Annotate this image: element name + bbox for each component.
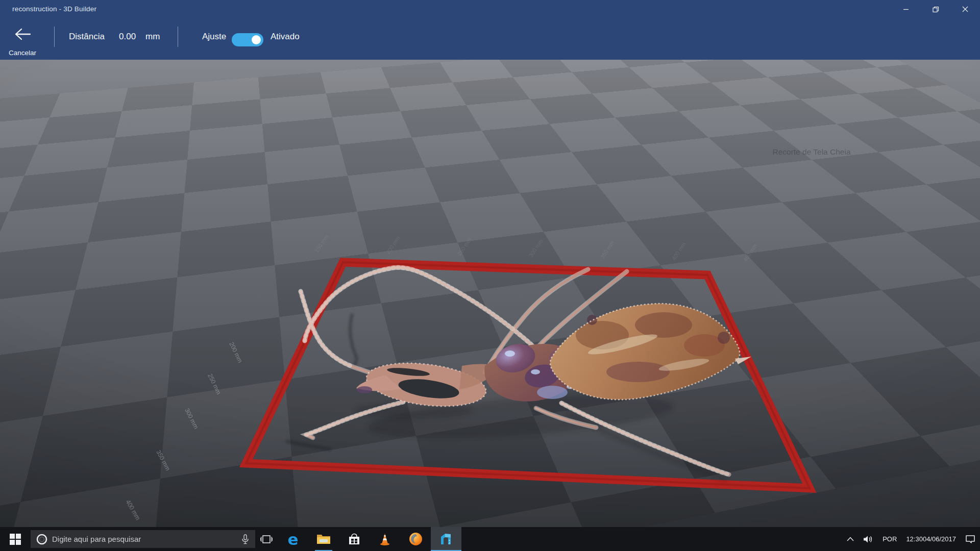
snap-toggle[interactable] bbox=[232, 33, 263, 46]
back-arrow-icon bbox=[14, 28, 32, 41]
ruler-left-labels: 200 mm 250 mm 300 mm 350 mm 400 mm bbox=[124, 341, 243, 521]
window-controls bbox=[891, 0, 980, 18]
tray-chevron-button[interactable] bbox=[842, 527, 859, 551]
file-explorer-icon bbox=[316, 533, 331, 545]
svg-text:200 mm: 200 mm bbox=[228, 341, 244, 364]
tray-clock[interactable]: 12:30 04/06/2017 bbox=[901, 527, 961, 551]
task-view-button[interactable] bbox=[255, 527, 278, 551]
svg-text:300 mm: 300 mm bbox=[183, 407, 200, 430]
scene-overlay: Recorte de Tela Cheia 150 mm 200 mm 250 … bbox=[0, 60, 980, 527]
svg-text:400 mm: 400 mm bbox=[671, 241, 687, 261]
tray-time: 12:30 bbox=[906, 535, 923, 543]
3d-builder-icon bbox=[439, 532, 453, 546]
svg-text:150 mm: 150 mm bbox=[313, 233, 330, 254]
search-placeholder: Digite aqui para pesquisar bbox=[52, 535, 141, 543]
distance-unit: mm bbox=[145, 32, 160, 42]
model-insect[interactable] bbox=[286, 267, 751, 480]
tray-volume-button[interactable] bbox=[859, 527, 878, 551]
svg-text:250 mm: 250 mm bbox=[456, 236, 473, 257]
taskbar-app-store[interactable] bbox=[339, 527, 370, 551]
speaker-icon bbox=[863, 535, 873, 543]
titlebar: reconstruction - 3D Builder bbox=[0, 0, 980, 18]
taskbar-app-vlc[interactable] bbox=[370, 527, 400, 551]
ruler-top-labels: 150 mm 200 mm 250 mm 300 mm 350 mm 400 m… bbox=[313, 233, 758, 263]
window-title: reconstruction - 3D Builder bbox=[12, 5, 96, 13]
taskbar-app-edge[interactable]: e bbox=[278, 527, 308, 551]
svg-text:300 mm: 300 mm bbox=[528, 238, 544, 258]
tray-language[interactable]: POR bbox=[878, 527, 901, 551]
task-view-icon bbox=[260, 535, 273, 544]
snap-state-label: Ativado bbox=[271, 32, 300, 42]
insect-abdomen bbox=[550, 304, 751, 399]
taskbar: Digite aqui para pesquisar e bbox=[0, 527, 980, 551]
fade-hint-text: Recorte de Tela Cheia bbox=[772, 147, 850, 156]
minimize-button[interactable] bbox=[891, 0, 921, 18]
svg-text:350 mm: 350 mm bbox=[599, 239, 616, 260]
store-icon bbox=[348, 533, 361, 546]
tray-date: 04/06/2017 bbox=[923, 535, 956, 543]
start-button[interactable] bbox=[0, 527, 31, 551]
snap-label: Ajuste bbox=[202, 32, 226, 42]
restore-icon bbox=[933, 6, 939, 13]
taskbar-app-file-explorer[interactable] bbox=[308, 527, 339, 551]
toolbar: Cancelar Distância 0.00 mm Ajuste Ativad… bbox=[0, 18, 980, 60]
restore-button[interactable] bbox=[921, 0, 950, 18]
notification-icon bbox=[965, 535, 975, 544]
action-center-button[interactable] bbox=[961, 527, 980, 551]
svg-text:350 mm: 350 mm bbox=[155, 449, 172, 472]
svg-text:250 mm: 250 mm bbox=[206, 372, 223, 395]
close-button[interactable] bbox=[950, 0, 980, 18]
minimize-icon bbox=[903, 6, 909, 12]
cancel-button[interactable]: Cancelar bbox=[7, 24, 38, 56]
system-tray: POR 12:30 04/06/2017 bbox=[842, 527, 980, 551]
search-input[interactable]: Digite aqui para pesquisar bbox=[31, 530, 255, 548]
toggle-knob bbox=[252, 35, 261, 44]
taskbar-app-firefox[interactable] bbox=[400, 527, 431, 551]
microphone-icon[interactable] bbox=[241, 534, 249, 544]
toolbar-divider bbox=[178, 27, 178, 47]
viewport-3d[interactable]: Recorte de Tela Cheia 150 mm 200 mm 250 … bbox=[0, 60, 980, 527]
svg-text:200 mm: 200 mm bbox=[385, 235, 401, 255]
cancel-label: Cancelar bbox=[7, 49, 38, 57]
header: reconstruction - 3D Builder bbox=[0, 0, 980, 60]
svg-text:450 mm: 450 mm bbox=[742, 242, 758, 263]
chevron-up-icon bbox=[847, 537, 854, 541]
cortana-icon bbox=[36, 533, 48, 545]
windows-logo-icon bbox=[10, 534, 21, 545]
firefox-icon bbox=[409, 532, 423, 546]
vlc-icon bbox=[378, 533, 391, 546]
distance-value[interactable]: 0.00 bbox=[119, 32, 136, 42]
3d-builder-window: reconstruction - 3D Builder bbox=[0, 0, 980, 551]
distance-label: Distância bbox=[69, 32, 105, 42]
svg-text:400 mm: 400 mm bbox=[124, 499, 141, 522]
edge-icon: e bbox=[287, 530, 298, 548]
toolbar-divider bbox=[54, 27, 55, 47]
close-icon bbox=[962, 6, 968, 12]
taskbar-app-3d-builder[interactable] bbox=[431, 527, 461, 551]
